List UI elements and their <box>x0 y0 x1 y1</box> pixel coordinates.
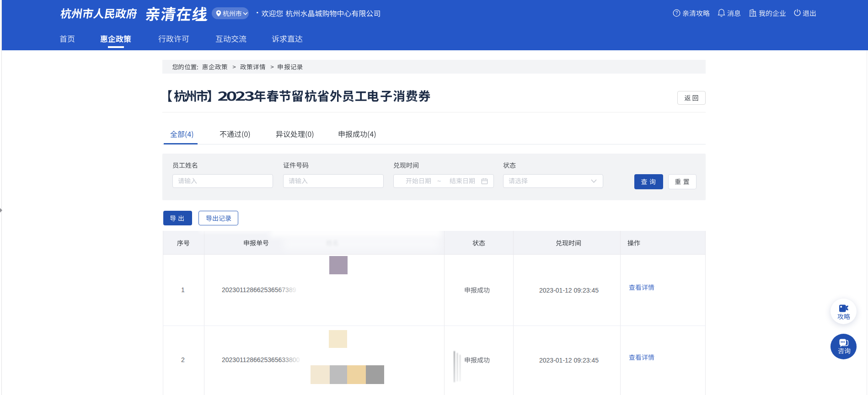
svg-text:?: ? <box>675 11 678 16</box>
